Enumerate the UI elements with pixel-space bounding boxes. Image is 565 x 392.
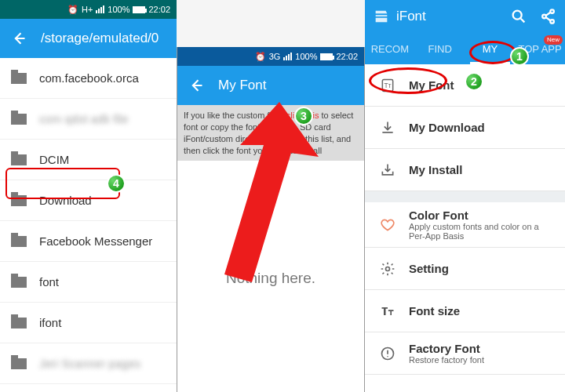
step-badge-1: 1: [510, 47, 529, 66]
folder-row[interactable]: Jeri Scanner pages: [0, 343, 177, 384]
folder-label: Download: [39, 194, 92, 207]
folder-label: com.facebook.orca: [39, 71, 139, 85]
folder-row[interactable]: DCIM: [0, 140, 177, 180]
ifont-topbar: iFont: [365, 0, 565, 33]
alarm-icon: ⏰: [67, 5, 78, 15]
new-badge: New: [544, 35, 563, 45]
menu-item-subtitle: Restore factory font: [409, 355, 484, 365]
folder-icon: [11, 154, 27, 165]
page-title: My Font: [218, 78, 266, 93]
step-badge-3: 3: [294, 107, 313, 125]
folder-label: font: [39, 275, 59, 289]
folder-list: com.facebook.orcacom qdot adk fileDCIMDo…: [0, 58, 177, 392]
tab-my[interactable]: MY: [465, 33, 516, 64]
ifont-menu: TтMy FontMy DownloadMy InstallColor Font…: [365, 64, 565, 375]
search-icon[interactable]: [510, 8, 527, 25]
folder-row[interactable]: com.facebook.orca: [0, 58, 177, 99]
folder-label: ifont: [39, 316, 61, 329]
folder-label: DCIM: [39, 153, 69, 166]
svg-text:Tт: Tт: [385, 82, 392, 89]
svg-point-0: [513, 11, 522, 20]
install-icon: [379, 162, 396, 178]
folder-label: com qdot adk file: [39, 112, 128, 125]
app-title: iFont: [396, 9, 504, 24]
appbar-myfont: My Font: [177, 66, 364, 105]
font-file-icon: Tт: [379, 78, 396, 93]
battery-icon: [320, 53, 333, 60]
ifont-tabs: RECOMFINDMYTOP APPNew: [365, 33, 565, 64]
folder-label: Facebook Messenger: [39, 234, 152, 248]
status-bar: ⏰ 3G 100% 22:02: [177, 47, 364, 66]
menu-item-subtitle: Apply custom fonts and color on a Per-Ap…: [409, 222, 551, 241]
appbar-path: /storage/emulated/0: [0, 19, 177, 58]
gear-icon: [379, 261, 396, 277]
menu-item-title: Setting: [409, 262, 449, 275]
menu-item-title: Color Font: [409, 209, 551, 222]
menu-item-color-font[interactable]: Color FontApply custom fonts and color o…: [365, 202, 565, 248]
net-label: 3G: [269, 52, 281, 61]
menu-item-my-install[interactable]: My Install: [365, 149, 565, 191]
menu-item-factory-font[interactable]: Factory FontRestore factory font: [365, 332, 565, 375]
folder-icon: [11, 358, 27, 369]
folder-row[interactable]: Facebook Messenger: [0, 221, 177, 262]
breadcrumb-path: /storage/emulated/0: [41, 31, 159, 46]
folder-row[interactable]: ifont: [0, 303, 177, 343]
signal-icon: [283, 53, 292, 60]
textsize-icon: [379, 303, 396, 319]
menu-item-font-size[interactable]: Font size: [365, 290, 565, 332]
clock: 22:02: [148, 5, 170, 14]
folder-icon: [11, 73, 27, 84]
svg-point-6: [386, 267, 390, 270]
folder-row[interactable]: com qdot adk file: [0, 99, 177, 140]
empty-text: Nothing here.: [226, 270, 315, 287]
myfont-pane: ⏰ 3G 100% 22:02 My Font If you like the …: [177, 47, 365, 392]
folder-label: Jeri Scanner pages: [39, 357, 140, 370]
empty-state: Nothing here.: [177, 161, 364, 392]
alarm-icon: ⏰: [255, 52, 266, 62]
alert-icon: [379, 346, 396, 361]
info-banner: If you like the custom font, click this …: [177, 105, 364, 161]
ifont-pane: iFont RECOMFINDMYTOP APPNew TтMy FontMy …: [365, 0, 565, 392]
app-logo-icon: [373, 8, 390, 25]
share-icon[interactable]: [540, 8, 557, 25]
menu-item-my-download[interactable]: My Download: [365, 107, 565, 149]
tab-find[interactable]: FIND: [415, 33, 465, 64]
folder-icon: [11, 195, 27, 206]
folder-icon: [11, 277, 27, 288]
folder-row[interactable]: Mt Scanner PDFs: [0, 384, 177, 392]
menu-item-title: Font size: [409, 304, 460, 318]
status-bar: ⏰ H+ 100% 22:02: [0, 0, 177, 19]
signal-icon: [96, 5, 104, 13]
batt-pct: 100%: [108, 5, 129, 14]
folder-icon: [11, 114, 27, 125]
back-icon[interactable]: [188, 78, 204, 93]
back-icon[interactable]: [11, 31, 27, 46]
folder-icon: [11, 236, 27, 247]
download-icon: [379, 120, 396, 136]
menu-separator: [365, 191, 565, 202]
folder-row[interactable]: font: [0, 262, 177, 303]
menu-item-title: My Font: [409, 78, 454, 92]
battery-icon: [133, 6, 145, 13]
menu-item-title: My Download: [409, 121, 485, 134]
info-text: If you like the custom font,: [184, 111, 286, 120]
menu-item-setting[interactable]: Setting: [365, 248, 565, 290]
folder-row[interactable]: Download: [0, 180, 177, 221]
menu-item-title: Factory Font: [409, 342, 484, 355]
file-browser-pane: ⏰ H+ 100% 22:02 /storage/emulated/0 com.…: [0, 0, 177, 392]
heart-icon: [379, 217, 396, 233]
menu-item-title: My Install: [409, 163, 462, 176]
tab-recom[interactable]: RECOM: [365, 33, 415, 64]
clock: 22:02: [336, 52, 358, 61]
step-badge-4: 4: [107, 174, 126, 193]
step-badge-2: 2: [465, 72, 483, 91]
folder-icon: [11, 318, 27, 328]
batt-pct: 100%: [295, 52, 317, 61]
net-label: H+: [82, 5, 93, 14]
